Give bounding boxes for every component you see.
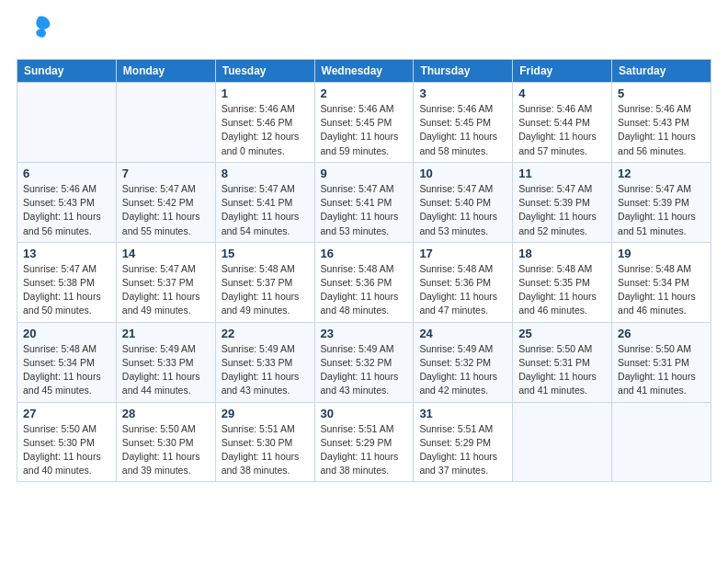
weekday-header-friday: Friday (513, 60, 612, 83)
calendar-cell: 8Sunrise: 5:47 AMSunset: 5:41 PMDaylight… (215, 162, 314, 242)
day-number: 15 (222, 247, 309, 260)
day-detail: Sunrise: 5:50 AMSunset: 5:31 PMDaylight:… (618, 342, 705, 398)
day-detail: Sunrise: 5:47 AMSunset: 5:39 PMDaylight:… (518, 182, 606, 238)
calendar-cell (513, 402, 612, 482)
day-detail: Sunrise: 5:51 AMSunset: 5:29 PMDaylight:… (321, 422, 408, 478)
calendar-cell: 19Sunrise: 5:48 AMSunset: 5:34 PMDayligh… (612, 242, 711, 322)
day-number: 11 (518, 167, 606, 180)
day-detail: Sunrise: 5:47 AMSunset: 5:38 PMDaylight:… (23, 262, 110, 318)
calendar-cell: 9Sunrise: 5:47 AMSunset: 5:41 PMDaylight… (314, 162, 414, 242)
calendar-cell: 10Sunrise: 5:47 AMSunset: 5:40 PMDayligh… (414, 162, 513, 242)
day-number: 7 (122, 167, 210, 180)
weekday-header-row: SundayMondayTuesdayWednesdayThursdayFrid… (17, 60, 711, 83)
day-detail: Sunrise: 5:50 AMSunset: 5:30 PMDaylight:… (122, 422, 210, 478)
calendar-cell: 2Sunrise: 5:46 AMSunset: 5:45 PMDaylight… (314, 83, 414, 163)
day-detail: Sunrise: 5:46 AMSunset: 5:46 PMDaylight:… (222, 102, 309, 158)
day-detail: Sunrise: 5:49 AMSunset: 5:32 PMDaylight:… (321, 342, 408, 398)
day-detail: Sunrise: 5:50 AMSunset: 5:31 PMDaylight:… (518, 342, 606, 398)
day-detail: Sunrise: 5:46 AMSunset: 5:43 PMDaylight:… (618, 102, 705, 158)
calendar-cell: 4Sunrise: 5:46 AMSunset: 5:44 PMDaylight… (513, 83, 612, 163)
weekday-header-monday: Monday (116, 60, 215, 83)
logo-svg (17, 9, 57, 50)
calendar-cell: 24Sunrise: 5:49 AMSunset: 5:32 PMDayligh… (414, 322, 513, 402)
day-number: 14 (122, 247, 210, 260)
calendar-cell: 23Sunrise: 5:49 AMSunset: 5:32 PMDayligh… (314, 322, 414, 402)
day-detail: Sunrise: 5:46 AMSunset: 5:43 PMDaylight:… (23, 182, 110, 238)
calendar-cell: 5Sunrise: 5:46 AMSunset: 5:43 PMDaylight… (612, 83, 711, 163)
calendar-cell: 30Sunrise: 5:51 AMSunset: 5:29 PMDayligh… (314, 402, 414, 482)
weekday-header-sunday: Sunday (17, 60, 117, 83)
day-number: 18 (518, 247, 606, 260)
day-detail: Sunrise: 5:49 AMSunset: 5:32 PMDaylight:… (419, 342, 506, 398)
day-detail: Sunrise: 5:48 AMSunset: 5:37 PMDaylight:… (222, 262, 309, 318)
day-detail: Sunrise: 5:48 AMSunset: 5:36 PMDaylight:… (321, 262, 408, 318)
logo-icon (17, 9, 57, 53)
calendar-cell: 28Sunrise: 5:50 AMSunset: 5:30 PMDayligh… (116, 402, 215, 482)
day-number: 22 (222, 327, 309, 340)
week-row-2: 6Sunrise: 5:46 AMSunset: 5:43 PMDaylight… (17, 162, 711, 242)
calendar-cell: 15Sunrise: 5:48 AMSunset: 5:37 PMDayligh… (215, 242, 314, 322)
day-detail: Sunrise: 5:47 AMSunset: 5:42 PMDaylight:… (122, 182, 210, 238)
day-detail: Sunrise: 5:47 AMSunset: 5:40 PMDaylight:… (419, 182, 506, 238)
day-detail: Sunrise: 5:47 AMSunset: 5:37 PMDaylight:… (122, 262, 210, 318)
calendar-cell: 22Sunrise: 5:49 AMSunset: 5:33 PMDayligh… (215, 322, 314, 402)
svg-rect-0 (18, 11, 55, 48)
calendar-cell: 25Sunrise: 5:50 AMSunset: 5:31 PMDayligh… (513, 322, 612, 402)
calendar-cell: 12Sunrise: 5:47 AMSunset: 5:39 PMDayligh… (612, 162, 711, 242)
day-number: 19 (618, 247, 705, 260)
day-detail: Sunrise: 5:46 AMSunset: 5:45 PMDaylight:… (419, 102, 506, 158)
calendar-cell (612, 402, 711, 482)
day-number: 8 (222, 167, 309, 180)
weekday-header-tuesday: Tuesday (215, 60, 314, 83)
calendar-cell: 3Sunrise: 5:46 AMSunset: 5:45 PMDaylight… (414, 83, 513, 163)
day-detail: Sunrise: 5:47 AMSunset: 5:41 PMDaylight:… (222, 182, 309, 238)
calendar-cell: 1Sunrise: 5:46 AMSunset: 5:46 PMDaylight… (215, 83, 314, 163)
calendar-cell: 29Sunrise: 5:51 AMSunset: 5:30 PMDayligh… (215, 402, 314, 482)
weekday-header-wednesday: Wednesday (314, 60, 414, 83)
calendar-cell: 20Sunrise: 5:48 AMSunset: 5:34 PMDayligh… (17, 322, 117, 402)
calendar-cell: 17Sunrise: 5:48 AMSunset: 5:36 PMDayligh… (414, 242, 513, 322)
day-number: 24 (419, 327, 506, 340)
day-detail: Sunrise: 5:48 AMSunset: 5:36 PMDaylight:… (419, 262, 506, 318)
day-number: 1 (222, 86, 309, 100)
day-number: 31 (419, 407, 506, 420)
day-number: 12 (618, 167, 705, 180)
calendar-cell: 31Sunrise: 5:51 AMSunset: 5:29 PMDayligh… (414, 402, 513, 482)
calendar-cell (116, 83, 215, 163)
week-row-1: 1Sunrise: 5:46 AMSunset: 5:46 PMDaylight… (17, 83, 711, 163)
calendar-cell: 6Sunrise: 5:46 AMSunset: 5:43 PMDaylight… (17, 162, 117, 242)
day-number: 26 (618, 327, 705, 340)
calendar-cell: 13Sunrise: 5:47 AMSunset: 5:38 PMDayligh… (17, 242, 117, 322)
day-number: 25 (518, 327, 606, 340)
day-number: 3 (419, 86, 506, 100)
calendar-cell: 7Sunrise: 5:47 AMSunset: 5:42 PMDaylight… (116, 162, 215, 242)
day-number: 16 (321, 247, 408, 260)
day-number: 6 (23, 167, 110, 180)
calendar-cell: 11Sunrise: 5:47 AMSunset: 5:39 PMDayligh… (513, 162, 612, 242)
logo (17, 9, 61, 53)
day-detail: Sunrise: 5:48 AMSunset: 5:34 PMDaylight:… (618, 262, 705, 318)
calendar-cell: 27Sunrise: 5:50 AMSunset: 5:30 PMDayligh… (17, 402, 117, 482)
day-number: 21 (122, 327, 210, 340)
page: SundayMondayTuesdayWednesdayThursdayFrid… (0, 0, 728, 563)
day-number: 29 (222, 407, 309, 420)
calendar-cell (17, 83, 117, 163)
day-detail: Sunrise: 5:46 AMSunset: 5:45 PMDaylight:… (321, 102, 408, 158)
day-detail: Sunrise: 5:49 AMSunset: 5:33 PMDaylight:… (222, 342, 309, 398)
weekday-header-saturday: Saturday (612, 60, 711, 83)
calendar-cell: 18Sunrise: 5:48 AMSunset: 5:35 PMDayligh… (513, 242, 612, 322)
day-detail: Sunrise: 5:51 AMSunset: 5:29 PMDaylight:… (419, 422, 506, 478)
calendar-table: SundayMondayTuesdayWednesdayThursdayFrid… (17, 59, 711, 482)
day-number: 9 (321, 167, 408, 180)
calendar-cell: 21Sunrise: 5:49 AMSunset: 5:33 PMDayligh… (116, 322, 215, 402)
calendar-cell: 14Sunrise: 5:47 AMSunset: 5:37 PMDayligh… (116, 242, 215, 322)
day-number: 27 (23, 407, 110, 420)
header (17, 9, 711, 53)
day-number: 30 (321, 407, 408, 420)
day-number: 23 (321, 327, 408, 340)
day-number: 2 (321, 86, 408, 100)
day-detail: Sunrise: 5:48 AMSunset: 5:35 PMDaylight:… (518, 262, 606, 318)
day-detail: Sunrise: 5:47 AMSunset: 5:39 PMDaylight:… (618, 182, 705, 238)
day-number: 13 (23, 247, 110, 260)
day-detail: Sunrise: 5:46 AMSunset: 5:44 PMDaylight:… (518, 102, 606, 158)
